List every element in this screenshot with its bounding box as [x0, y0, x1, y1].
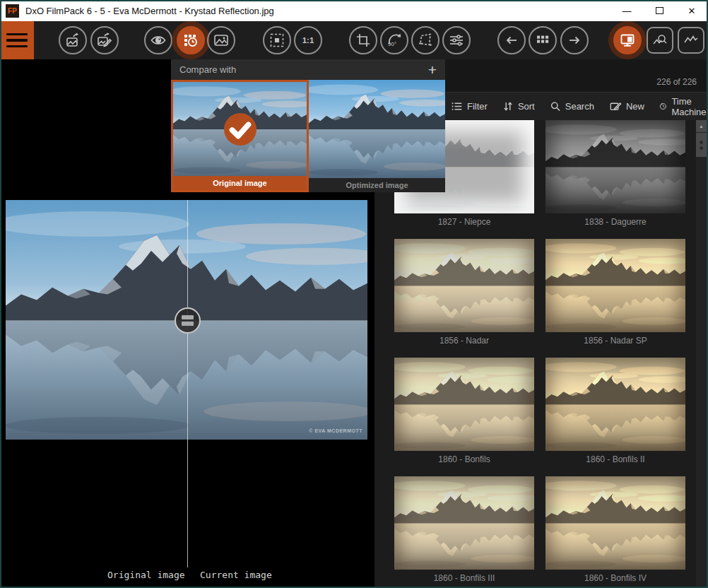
app-logo-icon: FP: [6, 4, 19, 18]
add-compare-button[interactable]: +: [428, 62, 437, 77]
time-machine-button[interactable]: Time Machine: [659, 96, 708, 117]
compare-item-label: Original image: [173, 176, 307, 190]
export-image-icon: [64, 32, 81, 49]
sliders-icon: [448, 32, 465, 49]
sort-icon: [502, 100, 514, 112]
search-button[interactable]: Search: [550, 100, 594, 112]
preset-thumbnail: [545, 120, 685, 213]
fit-screen-icon: [269, 32, 285, 49]
compare-original-thumbnail: [173, 82, 307, 176]
search-icon: [550, 100, 561, 112]
preset-thumbnail: [545, 358, 685, 451]
preset-item[interactable]: 1860 - Bonfils III: [394, 476, 534, 583]
one-to-one-label: 1:1: [302, 36, 314, 45]
next-image-button[interactable]: [560, 26, 589, 54]
compare-popup-header: Compare with +: [171, 59, 445, 80]
split-handle-icon: [182, 315, 194, 319]
filter-button[interactable]: Filter: [451, 100, 488, 112]
compare-split-handle[interactable]: [175, 307, 201, 334]
search-label: Search: [565, 101, 594, 112]
perspective-button[interactable]: [411, 26, 439, 54]
fit-screen-button[interactable]: [263, 26, 291, 54]
compare-split-line: [187, 200, 188, 568]
preset-item[interactable]: 1856 - Nadar SP: [545, 239, 685, 346]
preset-thumbnail: [545, 476, 685, 570]
preset-label: 1860 - Bonfils III: [394, 573, 534, 583]
filter-label: Filter: [467, 101, 488, 112]
new-label: New: [626, 101, 644, 112]
compare-presets-icon: [182, 32, 199, 49]
loupe-button[interactable]: [647, 27, 673, 54]
thumbnails-button[interactable]: [529, 26, 557, 54]
arrow-right-icon: [567, 33, 582, 48]
crop-icon: [355, 32, 372, 49]
scroll-thumb[interactable]: [696, 133, 707, 157]
compare-item-original[interactable]: Original image: [171, 80, 309, 192]
compare-with-button[interactable]: [177, 26, 205, 54]
preset-count: 226 of 226: [656, 77, 697, 87]
monitor-icon: [619, 32, 636, 49]
preset-label: 1860 - Bonfils IV: [545, 573, 685, 583]
window-title: DxO FilmPack 6 - 5 - Eva McDermott - Kry…: [25, 6, 274, 16]
zoom-1to1-button[interactable]: 1:1: [294, 26, 322, 54]
left-pane-label: Original image: [107, 570, 185, 580]
preview-toggle-button[interactable]: [144, 26, 172, 54]
histogram-icon: [683, 32, 700, 49]
new-icon: [609, 100, 622, 112]
preset-label: 1856 - Nadar: [394, 336, 534, 346]
eye-icon: [150, 32, 167, 49]
close-button[interactable]: ✕: [675, 0, 708, 21]
sort-button[interactable]: Sort: [502, 100, 535, 112]
preset-item[interactable]: 1838 - Daguerre: [545, 120, 685, 227]
preset-label: 1856 - Nadar SP: [545, 336, 685, 346]
arrow-left-icon: [504, 33, 519, 48]
menu-button[interactable]: [0, 21, 34, 59]
window-controls: — ✕: [610, 0, 708, 21]
preset-item[interactable]: 1860 - Bonfils: [394, 358, 534, 464]
image-display-button[interactable]: [207, 26, 235, 54]
preset-thumbnail: [394, 476, 534, 570]
preset-item[interactable]: 1860 - Bonfils II: [545, 358, 685, 464]
preset-scrollbar[interactable]: ▲: [696, 120, 707, 587]
filter-icon: [451, 100, 463, 112]
preset-label: 1860 - Bonfils: [394, 454, 534, 464]
rotate-button[interactable]: 90°: [380, 26, 408, 54]
crop-button[interactable]: [349, 26, 377, 54]
preset-item[interactable]: 1860 - Bonfils IV: [545, 476, 685, 583]
sort-label: Sort: [518, 101, 535, 112]
preset-label: 1827 - Niepce: [394, 217, 534, 227]
adjustments-button[interactable]: [442, 26, 471, 54]
time-machine-label: Time Machine: [671, 96, 708, 117]
compare-item-label: Optimized image: [309, 178, 445, 192]
photo-watermark: © EVA MCDERMOTT: [309, 428, 362, 433]
compare-with-popup: Compare with + Original image Optimized …: [171, 59, 445, 192]
preset-thumbnail: [394, 239, 534, 332]
export-edit-icon: [96, 32, 113, 49]
preset-label: 1838 - Daguerre: [545, 217, 685, 227]
new-preset-button[interactable]: New: [609, 100, 644, 112]
loupe-icon: [651, 32, 668, 49]
histogram-button[interactable]: [678, 27, 704, 54]
rotate-90-label: 90°: [388, 41, 396, 47]
main-toolbar: 1:1 90°: [0, 21, 708, 59]
minimize-button[interactable]: —: [610, 0, 643, 21]
export-to-app-button[interactable]: [90, 26, 119, 54]
preset-thumbnail: [545, 239, 685, 332]
scroll-up-button[interactable]: ▲: [696, 120, 707, 132]
compare-item-optimized[interactable]: Optimized image: [309, 80, 445, 192]
check-icon: [224, 113, 256, 146]
hamburger-icon: [6, 33, 28, 36]
selected-check-badge: [224, 113, 256, 146]
preset-item[interactable]: 1856 - Nadar: [394, 239, 534, 346]
grid-icon: [535, 33, 550, 48]
previous-image-button[interactable]: [497, 26, 526, 54]
display-mode-button[interactable]: [613, 26, 642, 54]
compare-popup-title: Compare with: [179, 64, 236, 75]
maximize-icon: [656, 7, 663, 14]
perspective-icon: [417, 32, 434, 49]
export-image-button[interactable]: [59, 26, 87, 54]
app-window: FP DxO FilmPack 6 - 5 - Eva McDermott - …: [0, 0, 708, 588]
maximize-button[interactable]: [643, 0, 675, 21]
compare-popup-body: Original image Optimized image: [171, 80, 445, 192]
right-pane-label: Current image: [200, 570, 272, 580]
